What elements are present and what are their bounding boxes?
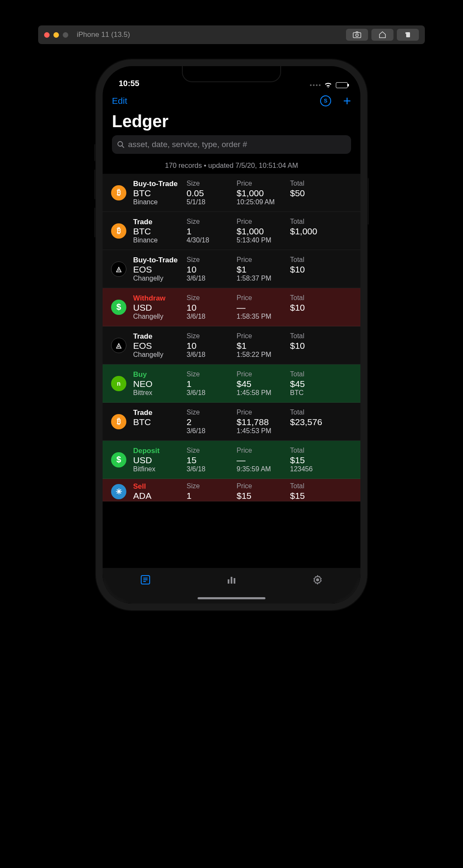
row-size: 2	[187, 417, 234, 427]
ledger-row[interactable]: ◬TradeSizePriceTotalEOS10$1$10Changelly3…	[103, 326, 360, 364]
home-indicator[interactable]	[198, 597, 265, 599]
tab-settings[interactable]	[311, 574, 324, 586]
zoom-window-icon[interactable]	[63, 32, 68, 38]
close-window-icon[interactable]	[44, 32, 50, 38]
svg-point-13	[316, 579, 319, 581]
row-total: $10	[290, 341, 354, 351]
row-service: Changelly	[133, 351, 184, 359]
row-price: —	[237, 455, 287, 465]
battery-icon	[336, 82, 348, 88]
row-service: Binance	[133, 236, 184, 244]
cell-signal-icon	[310, 84, 321, 86]
price-label: Price	[237, 332, 287, 341]
row-time: 1:58:37 PM	[237, 275, 287, 282]
row-price: $15	[237, 491, 287, 501]
ledger-list[interactable]: ₿Buy-to-TradeSizePriceTotalBTC0.05$1,000…	[103, 174, 360, 568]
asset-icon: ◬	[107, 332, 131, 359]
row-type: Trade	[133, 409, 184, 417]
total-label: Total	[290, 447, 354, 455]
ledger-row[interactable]: $WithdrawSizePriceTotalUSD10—$10Changell…	[103, 288, 360, 326]
row-price: $1,000	[237, 226, 287, 236]
mute-switch	[94, 144, 96, 161]
row-service: Changelly	[133, 313, 184, 320]
row-size: 1	[187, 491, 234, 501]
ledger-row[interactable]: ✳SellSizePriceTotalADA1$15$15	[103, 479, 360, 501]
row-extra	[290, 236, 354, 244]
asset-icon: n	[107, 370, 131, 397]
size-label: Size	[187, 332, 234, 341]
svg-text:S: S	[324, 98, 327, 104]
row-type: Buy-to-Trade	[133, 180, 184, 188]
row-total: $10	[290, 303, 354, 313]
status-time: 10:55	[119, 79, 139, 88]
size-label: Size	[187, 370, 234, 379]
price-label: Price	[237, 409, 287, 417]
records-meta: 170 records • updated 7/5/20, 10:51:04 A…	[103, 159, 360, 174]
ledger-row[interactable]: ₿TradeSizePriceTotalBTC1$1,000$1,000Bina…	[103, 212, 360, 250]
phone-frame: 10:55 Edit S + Ledger asset, date, ser	[96, 59, 367, 610]
tab-ledger[interactable]	[139, 574, 152, 586]
price-label: Price	[237, 218, 287, 226]
total-label: Total	[290, 256, 354, 264]
price-label: Price	[237, 370, 287, 379]
ledger-row[interactable]: $DepositSizePriceTotalUSD15—$15Bitfinex3…	[103, 441, 360, 479]
row-total: $10	[290, 264, 354, 275]
ledger-row[interactable]: nBuySizePriceTotalNEO1$45$45Bittrex3/6/1…	[103, 364, 360, 403]
svg-rect-11	[231, 577, 232, 584]
total-label: Total	[290, 218, 354, 226]
ledger-row[interactable]: ◬Buy-to-TradeSizePriceTotalEOS10$1$10Cha…	[103, 250, 360, 288]
row-type: Trade	[133, 218, 184, 226]
ledger-row[interactable]: ₿Buy-to-TradeSizePriceTotalBTC0.05$1,000…	[103, 174, 360, 212]
row-extra	[290, 427, 354, 435]
row-date: 3/6/18	[187, 351, 234, 359]
row-total: $15	[290, 491, 354, 501]
tab-stats[interactable]	[225, 574, 238, 586]
tab-bar	[103, 568, 360, 604]
edit-button[interactable]: Edit	[112, 96, 127, 106]
row-asset: BTC	[133, 417, 184, 427]
total-label: Total	[290, 409, 354, 417]
ledger-row[interactable]: ₿TradeSizePriceTotalBTC2$11,788$23,5763/…	[103, 403, 360, 441]
row-type: Deposit	[133, 447, 184, 455]
row-time: 1:58:35 PM	[237, 313, 287, 320]
row-total: $15	[290, 455, 354, 465]
add-button[interactable]: +	[343, 94, 351, 108]
price-label: Price	[237, 294, 287, 303]
simulator-title: iPhone 11 (13.5)	[77, 31, 130, 39]
row-price: $1,000	[237, 188, 287, 198]
row-time: 1:58:22 PM	[237, 351, 287, 359]
wifi-icon	[324, 82, 332, 88]
size-label: Size	[187, 447, 234, 455]
row-asset: NEO	[133, 379, 184, 389]
search-input[interactable]: asset, date, service, type, order #	[112, 135, 351, 154]
row-type: Buy-to-Trade	[133, 256, 184, 264]
row-price: $45	[237, 379, 287, 389]
rotate-button[interactable]	[397, 29, 419, 41]
row-total: $50	[290, 188, 354, 198]
row-extra: 123456	[290, 465, 354, 473]
size-label: Size	[187, 218, 234, 226]
row-asset: USD	[133, 455, 184, 465]
total-label: Total	[290, 294, 354, 303]
minimize-window-icon[interactable]	[53, 32, 59, 38]
phone-screen: 10:55 Edit S + Ledger asset, date, ser	[103, 66, 360, 604]
size-label: Size	[187, 482, 234, 491]
row-date: 3/6/18	[187, 389, 234, 397]
price-label: Price	[237, 180, 287, 188]
currency-button[interactable]: S	[320, 95, 331, 106]
row-extra	[290, 313, 354, 320]
size-label: Size	[187, 409, 234, 417]
row-type: Sell	[133, 482, 184, 491]
row-time: 10:25:09 AM	[237, 198, 287, 206]
row-date: 3/6/18	[187, 465, 234, 473]
simulator-titlebar: iPhone 11 (13.5)	[38, 25, 425, 44]
row-service: Changelly	[133, 275, 184, 282]
total-label: Total	[290, 332, 354, 341]
screenshot-button[interactable]	[346, 29, 368, 41]
row-price: $1	[237, 264, 287, 275]
home-button[interactable]	[371, 29, 393, 41]
traffic-lights	[44, 32, 68, 38]
svg-rect-10	[228, 579, 229, 584]
nav-bar: Edit S +	[103, 90, 360, 110]
search-icon	[117, 141, 125, 148]
